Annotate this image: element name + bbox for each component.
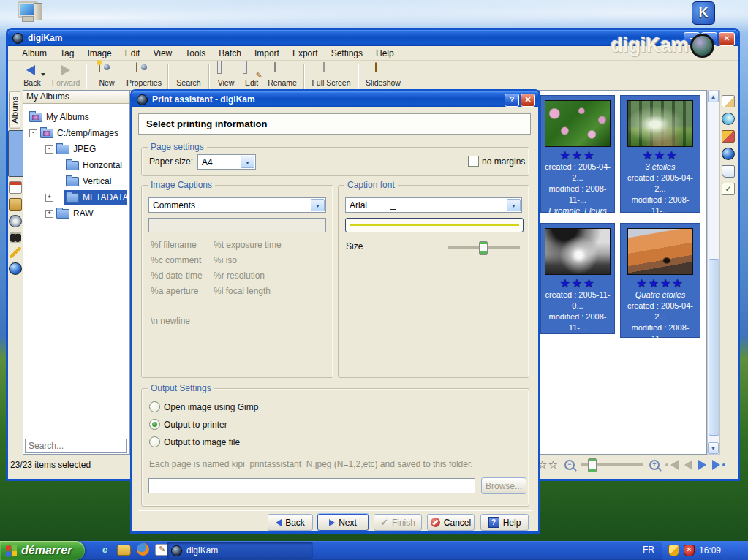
back-toolbutton[interactable]: Back bbox=[15, 63, 49, 87]
forward-toolbutton[interactable]: Forward bbox=[49, 63, 83, 87]
search-input[interactable] bbox=[25, 439, 127, 453]
menu-edit[interactable]: Edit bbox=[118, 47, 147, 60]
security-alert-icon[interactable]: ✕ bbox=[684, 545, 695, 556]
my-computer-icon[interactable] bbox=[16, 1, 42, 25]
thumbnail-card-desert[interactable]: ★★★★ Quatre étoiles created : 2005-04-2.… bbox=[620, 223, 700, 338]
paper-size-select[interactable]: A4 bbox=[197, 154, 256, 170]
folder-shortcut-icon[interactable] bbox=[117, 545, 131, 556]
font-select[interactable]: Arial bbox=[345, 197, 522, 213]
timeline-tab-icon[interactable] bbox=[9, 215, 22, 227]
search-toolbutton[interactable]: Search bbox=[172, 63, 205, 87]
go-previous-button[interactable] bbox=[684, 460, 692, 470]
thumbnail-card-paysage[interactable]: ★★★ 3 étoiles created : 2005-04-2... mod… bbox=[620, 95, 700, 213]
cancel-button[interactable]: Cancel bbox=[427, 514, 475, 531]
tree-item-metadata[interactable]: + bbox=[45, 190, 56, 205]
go-first-button[interactable] bbox=[665, 460, 679, 470]
help-button[interactable]: ? Help bbox=[480, 514, 529, 531]
dialog-title-bar[interactable]: Print assistant - digiKam ? ✕ bbox=[132, 91, 538, 107]
font-color-button[interactable] bbox=[345, 218, 524, 232]
tree-item-temp-images[interactable]: - C:/temp/images bbox=[29, 126, 118, 140]
scroll-up-button[interactable]: ▲ bbox=[708, 91, 719, 102]
edit-toolbutton[interactable]: Edit bbox=[239, 63, 264, 87]
go-last-button[interactable] bbox=[712, 460, 725, 470]
colors-tab-icon[interactable] bbox=[722, 130, 735, 143]
output-path-field[interactable] bbox=[148, 478, 475, 493]
tab-albums[interactable]: Albums bbox=[9, 91, 20, 129]
firefox-icon[interactable] bbox=[137, 543, 149, 556]
captions-type-select[interactable]: Comments bbox=[148, 197, 326, 213]
collapse-expander[interactable]: - bbox=[45, 145, 53, 154]
tree-item-my-albums[interactable]: My Albums bbox=[29, 110, 89, 124]
radio-output-image-file[interactable] bbox=[149, 436, 160, 447]
view-toolbutton[interactable]: View bbox=[213, 63, 239, 87]
zoom-slider[interactable] bbox=[581, 463, 643, 466]
rename-toolbutton[interactable]: Rename bbox=[264, 63, 301, 87]
radio-output-printer[interactable] bbox=[149, 419, 160, 430]
collapse-expander[interactable]: - bbox=[29, 129, 37, 137]
map-tab-icon[interactable] bbox=[9, 262, 22, 275]
browse-button[interactable]: Browse... bbox=[481, 477, 526, 494]
menu-export[interactable]: Export bbox=[286, 47, 325, 60]
slideshow-toolbutton[interactable]: Slideshow bbox=[362, 63, 404, 87]
metadata-tab-icon[interactable] bbox=[722, 113, 735, 125]
tree-item-jpeg[interactable]: - JPEG bbox=[45, 142, 96, 156]
new-toolbutton[interactable]: New bbox=[90, 63, 124, 87]
internet-explorer-icon[interactable]: e bbox=[99, 543, 111, 556]
scroll-down-button[interactable]: ▼ bbox=[708, 442, 719, 454]
no-margins-checkbox[interactable] bbox=[468, 156, 479, 167]
searches-tab-icon[interactable] bbox=[10, 232, 21, 243]
properties-toolbutton[interactable]: Properties bbox=[124, 63, 165, 87]
fullscreen-toolbutton[interactable]: Full Screen bbox=[308, 63, 355, 87]
fuzzy-search-tab-icon[interactable] bbox=[10, 247, 21, 258]
zoom-slider-handle[interactable] bbox=[588, 458, 597, 472]
menu-help[interactable]: Help bbox=[369, 47, 401, 60]
tag-filters-tab-icon[interactable] bbox=[722, 183, 735, 195]
start-button[interactable]: démarrer bbox=[0, 541, 85, 560]
dialog-close-button[interactable]: ✕ bbox=[521, 94, 535, 107]
menu-tag[interactable]: Tag bbox=[53, 47, 80, 60]
menu-batch[interactable]: Batch bbox=[212, 47, 248, 60]
taskbar-digikam-button[interactable]: digiKam bbox=[167, 542, 313, 559]
go-next-button[interactable] bbox=[698, 460, 706, 470]
finish-button[interactable]: ✔ Finish bbox=[374, 514, 422, 531]
dropdown-arrow-icon[interactable] bbox=[311, 199, 325, 211]
back-button[interactable]: Back bbox=[268, 514, 313, 531]
menu-album[interactable]: Album bbox=[15, 47, 53, 60]
thumbnail-card-bw[interactable]: ★★★ created : 2005-11-0... modified : 20… bbox=[540, 223, 615, 334]
scrollbar-thumb[interactable] bbox=[709, 259, 719, 436]
zoom-out-icon[interactable]: − bbox=[564, 460, 575, 470]
close-button[interactable]: ✕ bbox=[719, 32, 735, 46]
dropdown-arrow-icon[interactable] bbox=[241, 156, 254, 168]
radio-open-gimp[interactable] bbox=[149, 401, 160, 412]
menu-image[interactable]: Image bbox=[80, 47, 118, 60]
font-size-handle[interactable] bbox=[479, 241, 488, 255]
zoom-in-icon[interactable]: + bbox=[649, 460, 660, 470]
tree-item-raw[interactable]: + RAW bbox=[45, 206, 94, 221]
menu-tools[interactable]: Tools bbox=[178, 47, 212, 60]
tree-item-horizontal[interactable]: Horizontal bbox=[66, 158, 122, 173]
security-shield-icon[interactable] bbox=[668, 545, 679, 556]
dropdown-arrow-icon[interactable] bbox=[507, 199, 521, 211]
custom-caption-field[interactable] bbox=[148, 218, 326, 232]
thumbnails-scrollbar[interactable]: ▲ ▼ bbox=[707, 90, 719, 455]
calendar-tab-icon[interactable] bbox=[9, 181, 22, 194]
tags-tab-icon[interactable] bbox=[9, 198, 22, 211]
language-indicator[interactable]: FR bbox=[643, 545, 654, 555]
thumbnail-card-fleurs[interactable]: ★★★ created : 2005-04-2... modified : 20… bbox=[540, 95, 615, 213]
next-button[interactable]: Next bbox=[317, 514, 369, 531]
expand-expander[interactable]: + bbox=[45, 210, 53, 218]
properties-tab-icon[interactable] bbox=[722, 95, 735, 107]
kde-desktop-icon[interactable]: K bbox=[692, 1, 715, 25]
menu-settings[interactable]: Settings bbox=[325, 47, 369, 60]
clock[interactable]: 16:09 bbox=[699, 545, 721, 556]
comments-tab-icon[interactable] bbox=[722, 165, 735, 178]
tree-item-metadata-selected[interactable]: METADATA bbox=[64, 190, 127, 205]
menu-view[interactable]: View bbox=[146, 47, 178, 60]
dialog-help-button[interactable]: ? bbox=[505, 94, 519, 107]
menu-import[interactable]: Import bbox=[248, 47, 286, 60]
tree-item-vertical[interactable]: Vertical bbox=[66, 174, 111, 189]
geolocation-tab-icon[interactable] bbox=[722, 148, 735, 160]
font-size-slider[interactable] bbox=[448, 246, 520, 249]
rating-filter-stars[interactable]: ☆☆ bbox=[537, 458, 559, 472]
expand-expander[interactable]: + bbox=[45, 194, 53, 202]
